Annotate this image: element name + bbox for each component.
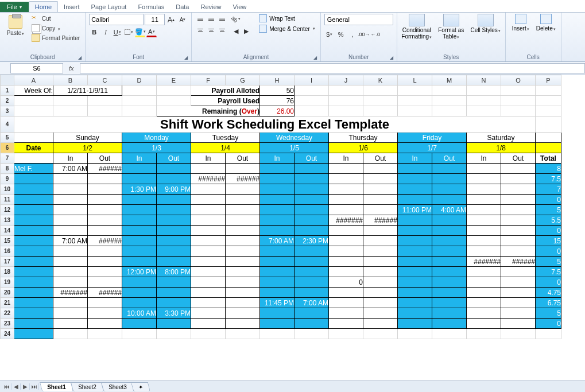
name-box[interactable]	[10, 63, 63, 73]
orientation-button[interactable]: ab	[231, 14, 241, 24]
copy-button[interactable]: Copy	[30, 24, 82, 33]
increase-indent-button[interactable]: ▶	[241, 26, 251, 36]
tab-formulas[interactable]: Formulas	[132, 2, 170, 12]
font-size-select[interactable]	[145, 14, 165, 25]
merge-label: Merge & Center	[269, 26, 310, 32]
decrease-font-button[interactable]: A▾	[177, 14, 188, 25]
group-cells: Insert Delete Cells	[506, 13, 561, 61]
alignment-launcher-icon[interactable]: ◢	[313, 55, 319, 61]
merge-center-button[interactable]: Merge & Center	[257, 24, 317, 33]
font-name-select[interactable]	[89, 14, 144, 25]
cut-label: Cut	[42, 15, 51, 22]
group-number: $ % , .00→ ←.0 Number ◢	[321, 13, 397, 61]
align-left-button[interactable]	[195, 25, 206, 35]
sheet-tab-2[interactable]: Sheet2	[71, 382, 104, 391]
align-middle-button[interactable]	[206, 14, 216, 24]
group-clipboard-label: Clipboard	[3, 53, 82, 60]
decrease-indent-button[interactable]: ◀	[231, 26, 241, 36]
percent-icon: %	[338, 31, 344, 38]
increase-font-button[interactable]: A▴	[166, 14, 176, 25]
border-icon	[125, 29, 130, 35]
format-as-table-button[interactable]: Format as Table	[435, 14, 467, 40]
insert-icon	[515, 14, 526, 24]
tab-nav-next-icon[interactable]: ▶	[21, 383, 30, 390]
delete-cells-button[interactable]: Delete	[534, 14, 557, 32]
outdent-icon: ◀	[234, 28, 238, 35]
increase-decimal-button[interactable]: .00→	[359, 29, 369, 40]
insert-cells-button[interactable]: Insert	[509, 14, 532, 32]
align-center-button[interactable]	[206, 25, 216, 35]
worksheet-scroll[interactable]: ABCDEFGHIJKLMNOP1Week Of:1/2/11-1/9/11Pa…	[0, 75, 585, 381]
worksheet-grid[interactable]: ABCDEFGHIJKLMNOP1Week Of:1/2/11-1/9/11Pa…	[0, 75, 561, 339]
new-sheet-tab[interactable]: ✦	[131, 382, 150, 391]
decrease-decimal-button[interactable]: ←.0	[370, 29, 381, 40]
file-tab[interactable]: File	[0, 2, 29, 12]
new-sheet-icon: ✦	[138, 384, 143, 390]
format-painter-label: Format Painter	[42, 35, 80, 41]
brush-icon	[32, 34, 40, 42]
sheet-tab-1[interactable]: Sheet1	[40, 382, 73, 391]
conditional-formatting-button[interactable]: Conditional Formatting	[401, 14, 433, 40]
delete-icon	[540, 14, 552, 24]
tab-nav-first-icon[interactable]: ⏮	[2, 383, 11, 390]
copy-label: Copy	[42, 25, 55, 32]
bold-button[interactable]: B	[89, 27, 99, 37]
tab-home[interactable]: Home	[29, 1, 58, 12]
cell-styles-icon	[478, 14, 494, 26]
formula-bar: fx	[0, 62, 585, 75]
sheet-tab-3[interactable]: Sheet3	[100, 382, 134, 391]
tab-page-layout[interactable]: Page Layout	[86, 2, 133, 12]
bucket-icon: 🪣	[135, 28, 143, 36]
tab-view[interactable]: View	[227, 2, 253, 12]
italic-button[interactable]: I	[100, 27, 111, 37]
wrap-text-button[interactable]: Wrap Text	[257, 14, 317, 23]
orientation-icon: ab	[230, 14, 239, 24]
comma-icon: ,	[351, 31, 353, 38]
clipboard-launcher-icon[interactable]: ◢	[78, 55, 84, 61]
group-font: A▴ A▾ B I U 🪣 A Font ◢	[86, 13, 192, 61]
format-painter-button[interactable]: Format Painter	[30, 33, 82, 42]
accounting-format-button[interactable]: $	[324, 29, 335, 40]
inc-decimal-icon: .00→	[358, 32, 370, 37]
underline-button[interactable]: U	[112, 27, 122, 37]
paste-label: Paste	[7, 30, 25, 36]
cut-button[interactable]: ✂Cut	[30, 14, 82, 23]
table-icon	[443, 14, 459, 26]
number-format-select[interactable]	[324, 14, 393, 25]
worksheet-area: ABCDEFGHIJKLMNOP1Week Of:1/2/11-1/9/11Pa…	[0, 75, 585, 381]
tab-review[interactable]: Review	[195, 2, 227, 12]
group-styles: Conditional Formatting Format as Table C…	[397, 13, 506, 61]
tab-insert[interactable]: Insert	[58, 2, 86, 12]
formula-input[interactable]	[80, 63, 585, 73]
align-right-button[interactable]	[217, 25, 227, 35]
tab-data[interactable]: Data	[170, 2, 195, 12]
fx-icon[interactable]: fx	[65, 65, 78, 72]
align-top-button[interactable]	[195, 14, 206, 24]
group-number-label: Number	[324, 53, 393, 60]
group-alignment: ab ◀ ▶ Wrap Text Merge & Center Alignmen…	[192, 13, 321, 61]
fill-color-button[interactable]: 🪣	[135, 27, 145, 37]
percent-button[interactable]: %	[336, 29, 346, 40]
tab-nav-last-icon[interactable]: ⏭	[30, 383, 39, 390]
table-label: Format as Table	[435, 27, 467, 40]
conditional-label: Conditional Formatting	[401, 27, 433, 40]
align-bottom-button[interactable]	[217, 14, 227, 24]
font-color-button[interactable]: A	[146, 27, 157, 37]
currency-icon: $	[326, 31, 330, 38]
group-cells-label: Cells	[509, 53, 557, 60]
cell-styles-label: Cell Styles	[471, 27, 501, 33]
group-font-label: Font	[89, 53, 188, 60]
number-launcher-icon[interactable]: ◢	[390, 55, 396, 61]
cell-styles-button[interactable]: Cell Styles	[470, 14, 502, 33]
wrap-label: Wrap Text	[269, 15, 295, 22]
group-clipboard: Paste ✂Cut Copy Format Painter Clipboard…	[0, 13, 86, 61]
font-launcher-icon[interactable]: ◢	[184, 55, 190, 61]
conditional-icon	[409, 14, 425, 26]
tab-nav-prev-icon[interactable]: ◀	[11, 383, 21, 390]
paste-button[interactable]: Paste	[3, 14, 28, 36]
scissors-icon: ✂	[32, 14, 40, 22]
wrap-icon	[259, 14, 267, 22]
comma-button[interactable]: ,	[347, 29, 358, 40]
border-button[interactable]	[123, 27, 134, 37]
sheet-tab-bar: ⏮ ◀ ▶ ⏭ Sheet1 Sheet2 Sheet3 ✦	[0, 381, 585, 392]
